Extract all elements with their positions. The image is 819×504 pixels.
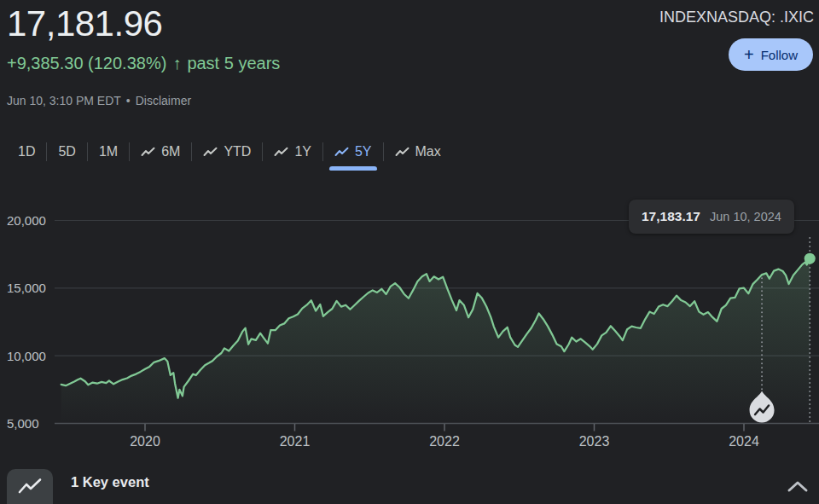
tab-6m[interactable]: 6M bbox=[130, 135, 191, 169]
trend-icon bbox=[334, 147, 349, 157]
tab-label: YTD bbox=[224, 144, 251, 159]
tooltip-date: Jun 10, 2024 bbox=[710, 210, 781, 223]
tab-label: 1Y bbox=[294, 144, 311, 159]
chart-tooltip: 17,183.17 Jun 10, 2024 bbox=[629, 200, 794, 234]
trend-icon bbox=[395, 147, 410, 157]
current-price-dot bbox=[804, 253, 816, 264]
key-events-count-label: 1 Key event bbox=[71, 461, 149, 504]
tab-label: 5D bbox=[58, 144, 75, 159]
tab-1d[interactable]: 1D bbox=[7, 135, 46, 169]
y-axis-label: 15,000 bbox=[7, 281, 46, 295]
up-arrow-icon: ↑ bbox=[172, 54, 181, 73]
time-range-tabs: 1D5D1M6MYTD1Y5YMax bbox=[7, 135, 452, 169]
price-change-value: +9,385.30 (120.38%) bbox=[7, 54, 166, 73]
price-change-period: past 5 years bbox=[187, 54, 280, 73]
y-axis-label: 20,000 bbox=[7, 213, 46, 228]
key-events-toggle-button[interactable] bbox=[7, 469, 53, 504]
disclaimer-link[interactable]: Disclaimer bbox=[136, 94, 191, 107]
trend-icon bbox=[141, 147, 155, 157]
tab-max[interactable]: Max bbox=[384, 135, 452, 169]
key-events-bar: 1 Key event bbox=[0, 461, 819, 504]
price-change-line: +9,385.30 (120.38%) ↑ past 5 years bbox=[7, 54, 280, 73]
tab-5d[interactable]: 5D bbox=[47, 135, 86, 169]
tab-1m[interactable]: 1M bbox=[88, 135, 129, 169]
tab-label: 1D bbox=[18, 144, 35, 159]
x-axis-label: 2023 bbox=[579, 434, 610, 449]
tab-5y[interactable]: 5Y bbox=[323, 135, 383, 169]
follow-button[interactable]: + Follow bbox=[729, 38, 813, 71]
plus-icon: + bbox=[744, 46, 754, 63]
x-axis-label: 2022 bbox=[429, 434, 460, 449]
collapse-panel-button[interactable] bbox=[785, 478, 810, 498]
trend-icon bbox=[17, 478, 43, 496]
tab-label: Max bbox=[415, 144, 441, 159]
quote-meta: Jun 10, 3:10 PM EDT • Disclaimer bbox=[7, 94, 191, 107]
ticker-symbol: INDEXNASDAQ: .IXIC bbox=[659, 9, 814, 26]
tab-1y[interactable]: 1Y bbox=[263, 135, 322, 169]
tab-label: 5Y bbox=[355, 144, 372, 159]
x-axis-label: 2021 bbox=[280, 434, 311, 449]
tab-label: 1M bbox=[99, 144, 118, 159]
x-axis-label: 2024 bbox=[729, 434, 759, 449]
trend-icon bbox=[274, 147, 288, 157]
chevron-up-icon bbox=[787, 480, 809, 494]
x-axis-label: 2020 bbox=[130, 434, 160, 449]
y-axis-label: 10,000 bbox=[7, 349, 46, 363]
price-chart[interactable]: 20,00015,00010,0005,00020202021202220232… bbox=[0, 0, 819, 504]
follow-button-label: Follow bbox=[761, 48, 798, 62]
current-price: 17,181.96 bbox=[7, 3, 162, 44]
tab-ytd[interactable]: YTD bbox=[192, 135, 262, 169]
tab-label: 6M bbox=[161, 144, 180, 159]
meta-separator: • bbox=[126, 94, 131, 107]
google-finance-quote-page: 20,00015,00010,0005,00020202021202220232… bbox=[0, 0, 819, 504]
y-axis-label: 5,000 bbox=[7, 416, 39, 431]
trend-icon bbox=[203, 147, 218, 157]
quote-timestamp: Jun 10, 3:10 PM EDT bbox=[7, 94, 121, 107]
tooltip-value: 17,183.17 bbox=[642, 209, 700, 224]
